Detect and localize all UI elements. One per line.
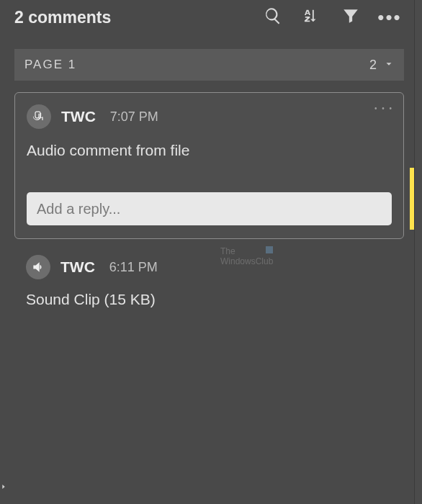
comment-list: • • • TWC 7:07 PM Audio comment from fil…	[0, 81, 414, 308]
search-icon	[264, 6, 282, 28]
attachment-comment-icon	[27, 104, 51, 129]
comment-header: TWC 6:11 PM	[26, 255, 392, 279]
chevron-down-icon	[384, 58, 394, 73]
page-group-count: 2	[369, 58, 377, 73]
page-group-bar[interactable]: PAGE 1 2	[14, 49, 404, 81]
comment-author: TWC	[61, 108, 96, 125]
comments-panel: 2 comments ••• PAGE 1	[0, 0, 415, 504]
comment-body: Audio comment from file	[27, 142, 392, 159]
comment-author: TWC	[60, 258, 95, 276]
header-actions: •••	[263, 7, 403, 27]
panel-collapse-handle[interactable]	[0, 481, 7, 492]
sort-az-icon	[304, 8, 320, 27]
reply-input[interactable]	[27, 192, 392, 225]
chevron-right-icon	[0, 482, 7, 492]
comment-time: 6:11 PM	[109, 260, 158, 275]
comment-header: TWC 7:07 PM	[27, 104, 392, 129]
filter-button[interactable]	[341, 7, 361, 27]
more-icon: •••	[377, 8, 401, 27]
comment-item[interactable]: TWC 6:11 PM Sound Clip (15 KB)	[14, 239, 404, 308]
search-button[interactable]	[263, 7, 283, 27]
scroll-accent-marker	[410, 168, 414, 230]
speaker-icon	[26, 255, 50, 279]
more-options-button[interactable]: •••	[380, 7, 400, 27]
comment-body: Sound Clip (15 KB)	[26, 291, 392, 308]
comment-more-button[interactable]: • • •	[374, 104, 393, 112]
page-group-label: PAGE 1	[24, 58, 76, 72]
filter-icon	[341, 6, 360, 28]
comment-item-selected[interactable]: • • • TWC 7:07 PM Audio comment from fil…	[14, 92, 404, 239]
sort-button[interactable]	[302, 7, 322, 27]
comments-count-title: 2 comments	[14, 8, 111, 27]
comment-time: 7:07 PM	[110, 109, 158, 125]
panel-header: 2 comments •••	[0, 0, 414, 32]
page-group-right: 2	[369, 58, 394, 73]
